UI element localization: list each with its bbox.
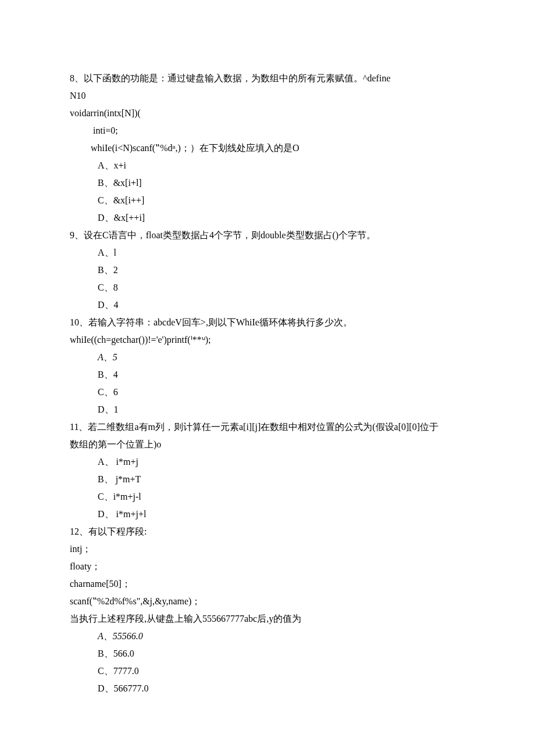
text-line: D、4 [70,296,465,314]
text-line: B、&x[i+l] [70,174,465,192]
text-line: A、 i*m+j [70,453,465,471]
text-line: A、55566.0 [70,628,465,645]
text-line: 10、若输入字符串：abcdeV回车>,则以下WhiIe循环体将执行多少次。 [70,314,465,331]
text-line: C、8 [70,279,465,296]
text-line: whiIe((ch=getchar())!='e')printf(ˡ**ᵘ); [70,331,465,349]
text-line: whiIe(i<N)scanf(‟%dⁿ,)；）在下划线处应填入的是O [70,139,465,157]
text-line: 12、有以下程序段: [70,523,465,540]
text-line: floaty； [70,558,465,575]
text-line: 8、以下函数的功能是：通过键盘输入数据，为数组中的所有元素赋值。^define [70,70,465,87]
text-line: A、x+i [70,157,465,174]
text-line: C、&x[i++] [70,192,465,209]
text-line: B、2 [70,261,465,279]
text-line: voidarrin(intx[N])( [70,105,465,122]
text-line: 数组的第一个位置上)o [70,436,465,453]
text-line: D、566777.0 [70,680,465,697]
text-line: D、&x[++i] [70,209,465,227]
text-line: A、l [70,244,465,261]
document-page: 8、以下函数的功能是：通过键盘输入数据，为数组中的所有元素赋值。^defineN… [0,0,535,756]
text-line: B、 j*m+T [70,471,465,488]
text-line: B、566.0 [70,645,465,662]
text-line: 11、若二维数组a有m列，则计算任一元素a[i][j]在数组中相对位置的公式为(… [70,418,465,436]
text-line: C、7777.0 [70,662,465,680]
text-line: A、5 [70,349,465,366]
text-line: N10 [70,87,465,105]
text-line: charname[50]； [70,575,465,593]
text-line: C、i*m+j-l [70,488,465,506]
text-line: intj； [70,540,465,558]
text-line: B、4 [70,366,465,384]
text-line: inti=0; [70,122,465,139]
text-line: scanf(‟%2d%f%s",&j,&y,name)； [70,593,465,610]
text-line: D、 i*m+j+l [70,506,465,523]
text-line: 当执行上述程序段,从键盘上输入555667777abc后,y的值为 [70,610,465,628]
text-line: D、1 [70,401,465,418]
text-line: 9、设在C语言中，float类型数据占4个字节，则double类型数据占()个字… [70,227,465,244]
text-line: C、6 [70,384,465,401]
